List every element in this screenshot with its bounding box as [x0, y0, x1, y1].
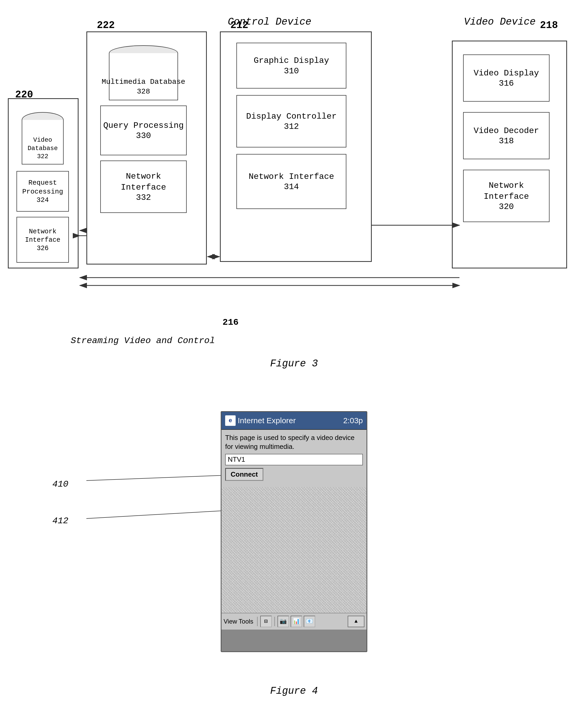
- figure4-caption: Figure 4: [270, 686, 318, 697]
- box-video-server-220: Video Database 322 Request Processing 32…: [8, 98, 79, 268]
- titlebar-time: 2:03p: [343, 416, 363, 425]
- box-control-device-212: Graphic Display 310 Display Controller 3…: [220, 32, 372, 262]
- toolbar-tools[interactable]: Tools: [239, 618, 253, 625]
- toolbar-icon-chart[interactable]: 📊: [291, 616, 302, 627]
- ntv-input[interactable]: [225, 454, 363, 465]
- svg-line-10: [86, 475, 224, 480]
- toolbar-icon-minus[interactable]: ⊟: [260, 616, 272, 627]
- label-222: 222: [97, 20, 115, 31]
- callout-412: 412: [52, 516, 68, 526]
- box-video-display-316: Video Display 316: [463, 55, 549, 102]
- titlebar-app-name: Internet Explorer: [238, 416, 296, 425]
- toolbar-scroll-btn[interactable]: ▲: [348, 616, 364, 627]
- streaming-label: Streaming Video and Control: [71, 336, 215, 346]
- box-network-interface-320: Network Interface 320: [463, 170, 549, 222]
- label-216: 216: [223, 318, 238, 327]
- phone-toolbar: View Tools ⊟ 📷 📊 📧 ▲: [222, 613, 366, 630]
- phone-device: e Internet Explorer 2:03p This page is u…: [221, 411, 367, 652]
- ie-icon: e: [225, 415, 236, 426]
- label-218: 218: [540, 20, 558, 31]
- toolbar-divider-1: [257, 617, 258, 626]
- phone-titlebar: e Internet Explorer 2:03p: [222, 412, 366, 430]
- figure4: 410 412 e Internet Explorer 2:03p This p…: [0, 390, 588, 704]
- box-graphic-display-310: Graphic Display 310: [236, 43, 346, 88]
- svg-line-11: [86, 511, 224, 518]
- toolbar-icon-mail[interactable]: 📧: [304, 616, 315, 627]
- box-multimedia-server-222: Multimedia Database 328 Query Processing…: [86, 32, 207, 265]
- figure3-caption: Figure 3: [270, 358, 318, 369]
- toolbar-divider-2: [274, 617, 275, 626]
- box-video-decoder-318: Video Decoder 318: [463, 112, 549, 159]
- toolbar-icon-camera[interactable]: 📷: [277, 616, 289, 627]
- box-request-processing-324: Request Processing 324: [17, 171, 69, 211]
- phone-description-text: This page is used to specify a video dev…: [225, 433, 363, 451]
- label-212: 212: [230, 20, 248, 31]
- callout-410: 410: [52, 479, 68, 489]
- box-network-interface-332: Network Interface 332: [100, 161, 187, 213]
- figure3: Control Device Video Device 212 222 218 …: [0, 0, 588, 380]
- box-network-interface-314: Network Interface 314: [236, 154, 346, 209]
- cylinder-text-328: Multimedia Database 328: [100, 77, 187, 96]
- video-device-label: Video Device: [464, 16, 536, 27]
- connect-button[interactable]: Connect: [225, 468, 264, 481]
- phone-static-area: [222, 487, 366, 613]
- box-network-interface-326: Network Interface 326: [17, 217, 69, 263]
- box-query-processing-330: Query Processing 330: [100, 105, 187, 155]
- box-display-controller-312: Display Controller 312: [236, 95, 346, 147]
- cylinder-text-322: Video Database 322: [17, 136, 69, 161]
- phone-content-area: This page is used to specify a video dev…: [222, 430, 366, 487]
- box-video-device-218: Video Display 316 Video Decoder 318 Netw…: [452, 41, 567, 268]
- titlebar-left: e Internet Explorer: [225, 415, 296, 426]
- toolbar-view[interactable]: View: [224, 618, 237, 625]
- box-multimedia-database-328: Multimedia Database 328: [100, 45, 187, 100]
- box-video-database-322: Video Database 322: [17, 112, 69, 164]
